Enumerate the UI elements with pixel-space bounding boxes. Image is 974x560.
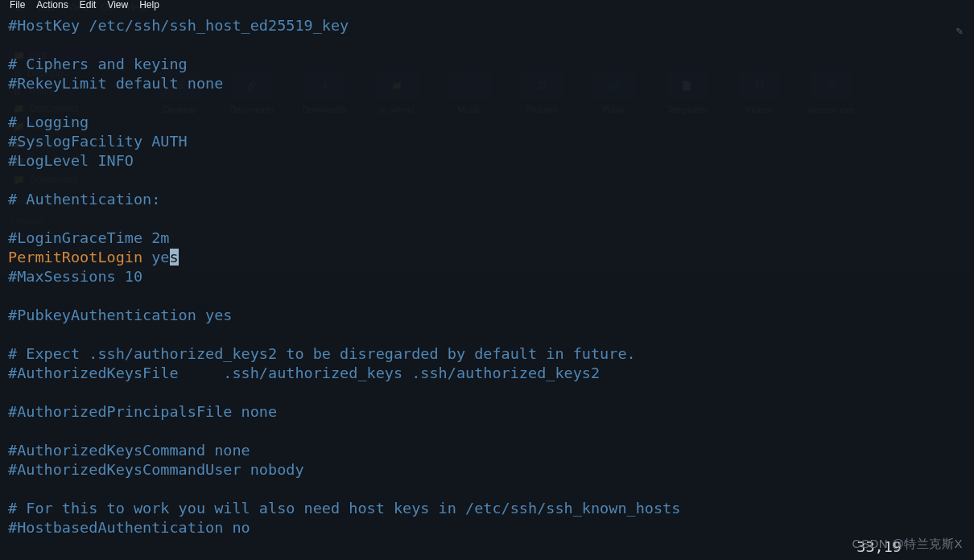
code-line: #LogLevel INFO — [8, 152, 134, 169]
terminal-menubar[interactable]: File Actions Edit View Help — [0, 0, 974, 13]
text-cursor: s — [170, 249, 179, 266]
code-line: #AuthorizedKeysCommandUser nobody — [8, 461, 304, 478]
code-line: #AuthorizedKeysFile .ssh/authorized_keys… — [8, 364, 600, 381]
code-line: #HostKey /etc/ssh/ssh_host_ed25519_key — [8, 17, 349, 34]
code-line: #LoginGraceTime 2m — [8, 229, 169, 246]
code-line: #AuthorizedKeysCommand none — [8, 442, 250, 459]
editor-buffer[interactable]: #HostKey /etc/ssh/ssh_host_ed25519_key #… — [8, 16, 966, 549]
code-line: # Ciphers and keying — [8, 56, 188, 72]
code-line: #MaxSessions 10 — [8, 268, 142, 285]
code-line: #HostbasedAuthentication no — [8, 519, 250, 536]
code-line: #PubkeyAuthentication yes — [8, 307, 232, 323]
code-line: # For this to work you will also need ho… — [8, 500, 680, 517]
term-menu-help[interactable]: Help — [139, 0, 159, 13]
code-line-active: PermitRootLogin yes — [8, 249, 179, 266]
config-key: PermitRootLogin — [8, 249, 142, 266]
code-line: # Logging — [8, 113, 89, 130]
term-menu-file[interactable]: File — [10, 0, 25, 13]
code-line: # Expect .ssh/authorized_keys2 to be dis… — [8, 345, 636, 362]
terminal-window[interactable]: File Actions Edit View Help ✎ #HostKey /… — [0, 0, 974, 560]
code-line: # Authentication: — [8, 191, 160, 208]
code-line: #AuthorizedPrincipalsFile none — [8, 403, 277, 420]
desktop-root: File Edit View Go Help 📁root 🖥Desktop 🗑T… — [0, 0, 974, 560]
config-value: ye — [151, 249, 169, 266]
term-menu-view[interactable]: View — [107, 0, 128, 13]
term-menu-actions[interactable]: Actions — [36, 0, 68, 13]
code-line: #SyslogFacility AUTH — [8, 133, 188, 150]
code-line: #RekeyLimit default none — [8, 75, 223, 92]
watermark: CSDN @特兰克斯X — [852, 537, 963, 552]
space — [142, 249, 151, 266]
term-menu-edit[interactable]: Edit — [80, 0, 97, 13]
